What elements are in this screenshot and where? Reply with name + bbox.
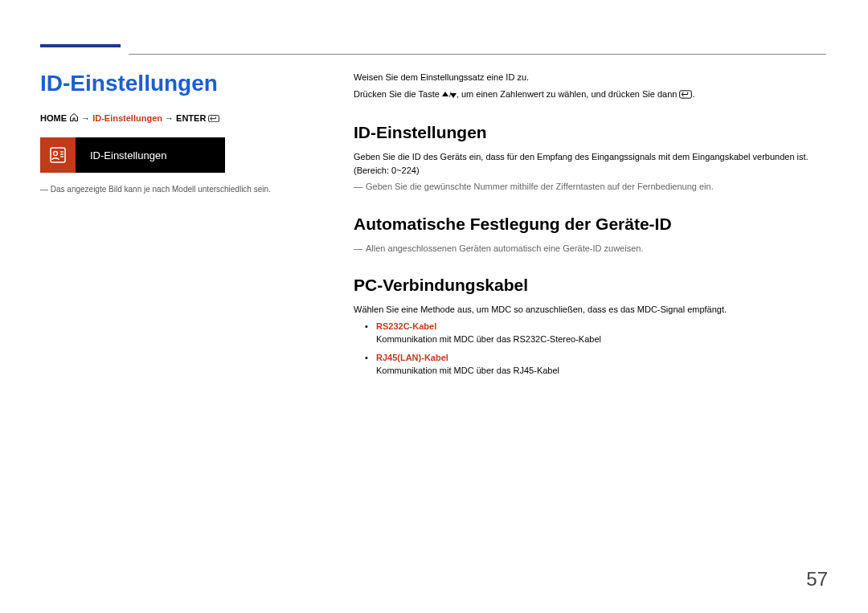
cable-list: RS232C-Kabel Kommunikation mit MDC über … bbox=[354, 320, 828, 378]
section-id-para: Geben Sie die ID des Geräts ein, dass fü… bbox=[354, 150, 828, 177]
left-column: ID-Einstellungen HOME → ID-Einstellungen… bbox=[40, 71, 321, 382]
page-number: 57 bbox=[806, 568, 828, 591]
id-settings-icon bbox=[40, 137, 76, 173]
cable-title: RJ45(LAN)-Kabel bbox=[376, 351, 828, 365]
home-icon bbox=[69, 112, 79, 121]
right-column: Weisen Sie dem Einstellungssatz eine ID … bbox=[354, 71, 828, 382]
section-heading-id: ID-Einstellungen bbox=[354, 123, 828, 142]
section-auto-note: Allen angeschlossenen Geräten automatisc… bbox=[354, 242, 828, 255]
section-pc-para: Wählen Sie eine Methode aus, um MDC so a… bbox=[354, 303, 828, 317]
breadcrumb: HOME → ID-Einstellungen → ENTER bbox=[40, 112, 321, 123]
intro-line-2: Drücken Sie die Taste /, um einen Zahlen… bbox=[354, 88, 828, 103]
divider bbox=[129, 54, 826, 55]
intro-text-b: , um einen Zahlenwert zu wählen, und drü… bbox=[457, 89, 680, 99]
list-item: RS232C-Kabel Kommunikation mit MDC über … bbox=[354, 320, 828, 346]
intro-line-1: Weisen Sie dem Einstellungssatz eine ID … bbox=[354, 71, 828, 84]
section-marker bbox=[40, 44, 121, 47]
page-title: ID-Einstellungen bbox=[40, 71, 321, 96]
enter-icon-inline bbox=[679, 89, 692, 103]
cable-title: RS232C-Kabel bbox=[376, 320, 828, 333]
svg-marker-6 bbox=[442, 92, 448, 96]
menu-screenshot-label: ID-Einstellungen bbox=[76, 149, 166, 161]
cable-desc: Kommunikation mit MDC über das RJ45-Kabe… bbox=[376, 366, 559, 375]
enter-icon bbox=[208, 114, 219, 123]
cable-desc: Kommunikation mit MDC über das RS232C-St… bbox=[376, 334, 601, 344]
intro-text-a: Drücken Sie die Taste bbox=[354, 89, 442, 99]
up-down-icon: / bbox=[442, 89, 457, 103]
menu-screenshot: ID-Einstellungen bbox=[40, 137, 225, 173]
svg-rect-1 bbox=[51, 148, 65, 162]
section-heading-pc: PC-Verbindungskabel bbox=[354, 276, 828, 295]
list-item: RJ45(LAN)-Kabel Kommunikation mit MDC üb… bbox=[354, 351, 828, 378]
svg-point-2 bbox=[54, 152, 58, 156]
breadcrumb-current: ID-Einstellungen bbox=[92, 113, 162, 123]
breadcrumb-home: HOME bbox=[40, 113, 67, 123]
section-id-note: Geben Sie die gewünschte Nummer mithilfe… bbox=[354, 180, 828, 194]
breadcrumb-enter: ENTER bbox=[176, 113, 206, 123]
section-heading-auto: Automatische Festlegung der Geräte-ID bbox=[354, 215, 828, 234]
screenshot-footnote: Das angezeigte Bild kann je nach Modell … bbox=[40, 184, 321, 195]
